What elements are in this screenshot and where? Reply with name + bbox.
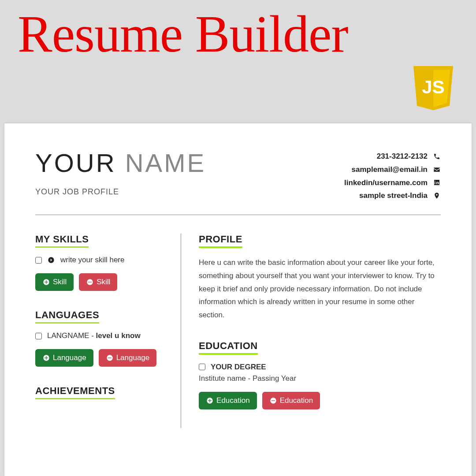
remove-language-label: Language — [116, 353, 150, 362]
arrow-circle-right-icon — [47, 256, 55, 264]
column-divider — [181, 234, 181, 428]
remove-education-label: Education — [280, 396, 313, 405]
add-skill-button[interactable]: Skill — [35, 273, 74, 291]
envelope-icon — [433, 166, 441, 174]
linkedin-icon — [433, 178, 441, 186]
language-name: LANGNAME — [47, 331, 89, 340]
contact-block: 231-3212-2132 samplemail@email.in linked… — [344, 150, 441, 202]
body-columns: MY SKILLS write your skill here Skill — [35, 234, 441, 428]
degree-text: YOUR DEGREE — [211, 363, 266, 372]
resume-header: YOUR NAME YOUR JOB PROFILE 231-3212-2132… — [35, 150, 441, 215]
resume-page: YOUR NAME YOUR JOB PROFILE 231-3212-2132… — [4, 123, 472, 476]
skill-checkbox[interactable] — [35, 257, 42, 264]
remove-skill-button[interactable]: Skill — [79, 273, 117, 291]
language-buttons: Language Language — [35, 349, 163, 367]
first-name: YOUR — [35, 149, 116, 177]
achievements-title: ACHIEVEMENTS — [35, 385, 115, 399]
add-language-button[interactable]: Language — [35, 349, 93, 367]
skill-item[interactable]: write your skill here — [35, 256, 163, 264]
plus-circle-icon — [42, 278, 50, 286]
contact-email[interactable]: samplemail@email.in — [344, 163, 441, 176]
phone-icon — [433, 152, 441, 160]
profile-title: PROFILE — [199, 234, 242, 248]
skill-buttons: Skill Skill — [35, 273, 163, 291]
last-name: NAME — [125, 149, 206, 177]
email-text: samplemail@email.in — [352, 163, 428, 176]
name-block: YOUR NAME YOUR JOB PROFILE — [35, 150, 206, 197]
skill-placeholder: write your skill here — [60, 256, 125, 264]
languages-title: LANGUAGES — [35, 309, 99, 324]
add-education-label: Education — [216, 396, 250, 405]
banner: Resume Builder JS — [0, 0, 476, 123]
phone-text: 231-3212-2132 — [377, 150, 428, 163]
remove-skill-label: Skill — [97, 278, 110, 286]
profile-text[interactable]: Here u can write the basic information a… — [199, 256, 441, 322]
language-item[interactable]: LANGNAME - level u know — [35, 331, 163, 340]
svg-text:JS: JS — [422, 77, 444, 97]
language-checkbox[interactable] — [35, 333, 42, 339]
remove-education-button[interactable]: Education — [262, 392, 320, 409]
minus-circle-icon — [269, 397, 277, 405]
left-column: MY SKILLS write your skill here Skill — [35, 234, 181, 428]
right-column: PROFILE Here u can write the basic infor… — [199, 234, 441, 428]
skills-title: MY SKILLS — [35, 234, 89, 248]
add-education-button[interactable]: Education — [199, 392, 257, 409]
add-skill-label: Skill — [53, 278, 67, 286]
contact-linkedin[interactable]: linkedin/username.com — [344, 176, 441, 190]
profile-section: PROFILE Here u can write the basic infor… — [199, 234, 441, 322]
education-section: EDUCATION YOUR DEGREE Institute name - P… — [199, 340, 441, 409]
page-title: Resume Builder — [0, 0, 476, 64]
add-language-label: Language — [53, 353, 86, 362]
job-profile[interactable]: YOUR JOB PROFILE — [35, 187, 206, 197]
language-level: level u know — [96, 331, 141, 340]
education-detail[interactable]: Institute name - Passing Year — [199, 374, 441, 383]
education-buttons: Education Education — [199, 392, 441, 409]
education-item[interactable]: YOUR DEGREE — [199, 363, 441, 372]
map-pin-icon — [433, 192, 441, 200]
minus-circle-icon — [106, 354, 114, 362]
plus-circle-icon — [206, 397, 214, 405]
full-name[interactable]: YOUR NAME — [35, 150, 206, 177]
education-title: EDUCATION — [199, 340, 258, 355]
minus-circle-icon — [86, 278, 94, 286]
js-logo-icon: JS — [413, 66, 453, 110]
plus-circle-icon — [42, 354, 50, 362]
education-checkbox[interactable] — [199, 364, 205, 370]
contact-address[interactable]: sample street-India — [344, 189, 441, 202]
address-text: sample street-India — [359, 189, 428, 202]
achievements-section: ACHIEVEMENTS — [35, 385, 163, 407]
remove-language-button[interactable]: Language — [99, 349, 157, 367]
linkedin-text: linkedin/username.com — [344, 176, 428, 190]
languages-section: LANGUAGES LANGNAME - level u know Langua… — [35, 309, 163, 367]
skills-section: MY SKILLS write your skill here Skill — [35, 234, 163, 291]
contact-phone[interactable]: 231-3212-2132 — [344, 150, 441, 163]
